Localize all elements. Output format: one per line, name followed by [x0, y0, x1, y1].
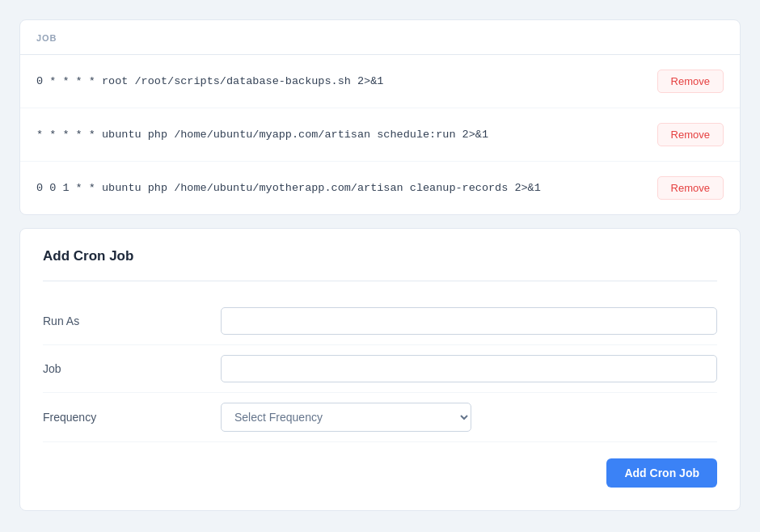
jobs-list: 0 * * * * root /root/scripts/database-ba… [20, 55, 740, 214]
run-as-input[interactable] [221, 307, 717, 335]
frequency-row: Frequency Select FrequencyEvery MinuteEv… [43, 393, 717, 442]
add-cron-job-card: Add Cron Job Run As Job Frequency Select… [19, 228, 741, 511]
run-as-row: Run As [43, 298, 717, 345]
run-as-label: Run As [43, 315, 221, 327]
job-text: * * * * * ubuntu php /home/ubuntu/myapp.… [36, 129, 488, 141]
divider [43, 281, 717, 281]
jobs-card: JOB 0 * * * * root /root/scripts/databas… [19, 19, 741, 215]
job-row: Job [43, 345, 717, 393]
jobs-card-header: JOB [20, 20, 740, 55]
job-text: 0 * * * * root /root/scripts/database-ba… [36, 75, 383, 87]
form-actions: Add Cron Job [43, 458, 717, 488]
table-row: 0 0 1 * * ubuntu php /home/ubuntu/myothe… [20, 162, 740, 214]
job-text: 0 0 1 * * ubuntu php /home/ubuntu/myothe… [36, 182, 541, 194]
frequency-label: Frequency [43, 411, 221, 424]
table-row: 0 * * * * root /root/scripts/database-ba… [20, 55, 740, 108]
remove-button[interactable]: Remove [657, 70, 724, 93]
add-card-title: Add Cron Job [43, 248, 717, 264]
jobs-header-label: JOB [36, 33, 57, 43]
job-input[interactable] [221, 355, 717, 382]
job-label: Job [43, 362, 221, 375]
remove-button[interactable]: Remove [657, 176, 724, 200]
remove-button[interactable]: Remove [657, 123, 724, 146]
add-cron-job-button[interactable]: Add Cron Job [606, 458, 717, 488]
frequency-select[interactable]: Select FrequencyEvery MinuteEvery 5 Minu… [221, 403, 471, 432]
table-row: * * * * * ubuntu php /home/ubuntu/myapp.… [20, 108, 740, 162]
